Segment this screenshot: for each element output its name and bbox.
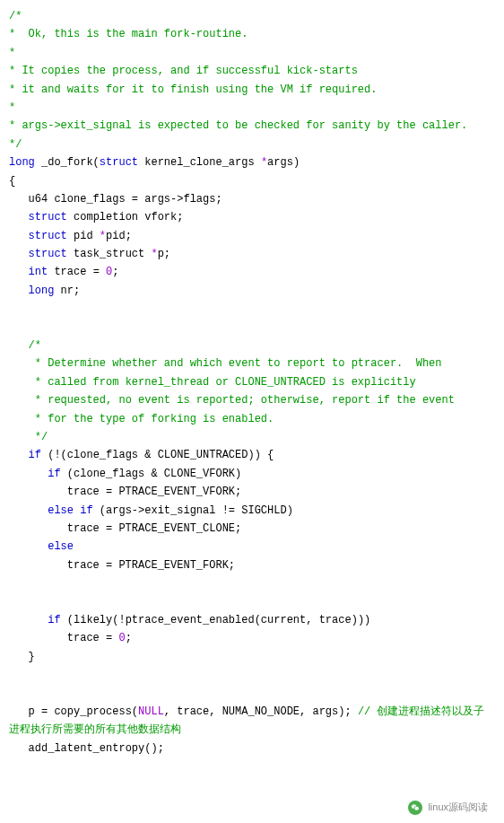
comment-line: *: [9, 101, 15, 114]
stmt: [9, 449, 29, 461]
stmt: trace =: [9, 632, 118, 644]
stmt: [9, 540, 48, 553]
comment-line: * for the type of forking is enabled.: [9, 413, 274, 425]
stmt: [9, 614, 48, 626]
stmt: [9, 468, 48, 480]
decl: [9, 285, 29, 297]
stmt: (clone_flags & CLONE_VFORK): [61, 468, 242, 480]
comment-line: * args->exit_signal is expected to be ch…: [9, 119, 467, 132]
star: *: [100, 230, 106, 242]
stmt: (!(clone_flags & CLONE_UNTRACED)) {: [41, 449, 274, 461]
keyword-struct: struct: [29, 230, 67, 242]
decl: completion vfork;: [67, 211, 184, 223]
keyword-long: long: [9, 156, 35, 169]
brace: {: [9, 175, 15, 188]
keyword-else: else: [48, 540, 74, 553]
comment-line: * called from kernel_thread or CLONE_UNT…: [9, 376, 416, 389]
decl: pid;: [106, 230, 132, 242]
star: *: [261, 156, 267, 169]
decl: trace =: [48, 266, 106, 278]
keyword-struct: struct: [29, 211, 67, 223]
stmt: (args->exit_signal != SIGCHLD): [93, 504, 293, 517]
comment-line: */: [9, 138, 22, 151]
fn-name: _do_fork(: [35, 156, 100, 169]
stmt: trace = PTRACE_EVENT_FORK;: [9, 559, 235, 572]
comment-line: * requested, no event is reported; other…: [9, 394, 455, 407]
keyword-if: if: [48, 614, 60, 626]
comment-line: *: [9, 47, 15, 59]
keyword-long: long: [29, 285, 55, 297]
keyword-else: else: [48, 504, 74, 517]
stmt: trace = PTRACE_EVENT_CLONE;: [9, 522, 241, 535]
decl: nr;: [54, 285, 80, 297]
comment-line: /*: [9, 339, 41, 352]
decl: pid: [67, 230, 100, 242]
decl: [9, 230, 29, 242]
decl: u64 clone_flags = args->flags;: [9, 193, 222, 206]
decl: [9, 211, 29, 223]
comment-line: * it and waits for it to finish using th…: [9, 83, 377, 96]
footer-label: linux源码阅读: [428, 799, 488, 816]
keyword-if: if: [29, 449, 41, 461]
stmt: (likely(!ptrace_event_enabled(current, t…: [61, 614, 371, 626]
keyword-if: if: [80, 504, 92, 517]
keyword-struct: struct: [100, 156, 138, 169]
decl: [9, 266, 29, 278]
stmt: [9, 504, 48, 517]
stmt: ;: [126, 632, 132, 644]
decl: p;: [158, 248, 170, 260]
keyword-if: if: [48, 468, 60, 480]
decl: [9, 248, 29, 260]
footer: linux源码阅读: [408, 799, 488, 816]
keyword-struct: struct: [29, 248, 67, 260]
code-block: /* * Ok, this is the main fork-routine. …: [9, 7, 495, 757]
comment-line: */: [9, 431, 48, 443]
comment-line: /*: [9, 10, 22, 22]
comment-line: * It copies the process, and if successf…: [9, 65, 358, 77]
decl: ;: [112, 266, 118, 278]
star: *: [151, 248, 157, 260]
comment-line: * Determine whether and which event to r…: [9, 357, 442, 370]
arg-name: args): [267, 156, 300, 169]
stmt: trace = PTRACE_EVENT_VFORK;: [9, 486, 241, 498]
stmt: , trace, NUMA_NO_NODE, args);: [164, 705, 358, 718]
brace: }: [9, 651, 35, 663]
keyword-int: int: [29, 266, 48, 278]
null-literal: NULL: [138, 705, 164, 718]
stmt: p = copy_process(: [9, 705, 138, 718]
decl: task_struct: [67, 248, 152, 260]
number: 0: [118, 632, 125, 644]
arg-type: kernel_clone_args: [138, 156, 261, 169]
comment-line: * Ok, this is the main fork-routine.: [9, 28, 248, 40]
stmt: add_latent_entropy();: [9, 742, 164, 755]
wechat-icon: [408, 801, 422, 815]
